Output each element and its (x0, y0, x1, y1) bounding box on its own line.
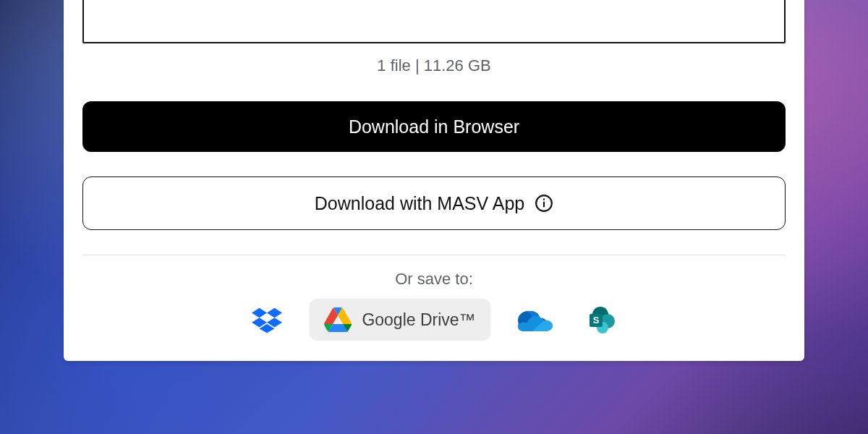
divider (82, 255, 786, 255)
download-app-label: Download with MASV App (315, 193, 524, 214)
download-card: 1 file | 11.26 GB Download in Browser Do… (64, 0, 804, 361)
download-browser-button[interactable]: Download in Browser (82, 101, 786, 152)
svg-marker-3 (252, 308, 267, 318)
google-drive-button[interactable]: Google Drive™ (310, 299, 490, 341)
save-to-row: Google Drive™ S (82, 299, 786, 341)
sharepoint-icon: S (587, 305, 616, 334)
info-icon (535, 194, 553, 213)
dropbox-button[interactable] (244, 299, 289, 341)
download-app-button[interactable]: Download with MASV App (82, 176, 786, 230)
file-preview (82, 0, 786, 43)
svg-marker-4 (267, 308, 282, 318)
save-to-label: Or save to: (82, 270, 786, 289)
dropbox-icon (252, 306, 282, 333)
svg-rect-2 (543, 199, 545, 200)
google-drive-icon (324, 307, 352, 332)
onedrive-button[interactable] (511, 299, 560, 341)
onedrive-icon (518, 308, 553, 331)
svg-text:S: S (592, 315, 599, 326)
svg-rect-1 (543, 202, 545, 208)
file-meta: 1 file | 11.26 GB (82, 56, 786, 75)
google-drive-label: Google Drive™ (362, 310, 475, 330)
download-browser-label: Download in Browser (349, 116, 519, 137)
sharepoint-button[interactable]: S (580, 299, 624, 341)
